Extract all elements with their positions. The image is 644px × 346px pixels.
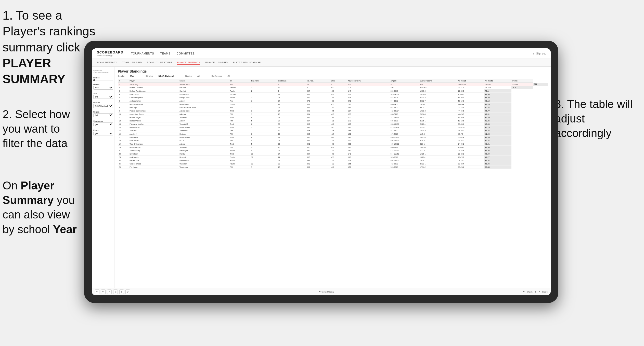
region-filter-value: All: [197, 75, 200, 77]
slider-thumb[interactable]: [93, 79, 95, 81]
nav-committee[interactable]: COMMITTEE: [177, 51, 195, 56]
table-row[interactable]: 4Luke ClatonFlorida StateSecond12768.2-1…: [118, 93, 548, 96]
undo-button[interactable]: ↩: [95, 289, 99, 294]
table-row[interactable]: 22Ian GilliganFloridaThird102468.7-0.81.…: [118, 152, 548, 156]
table-row[interactable]: 1Wenyi DingArizona StateFirst1115167.1-3…: [118, 83, 548, 86]
table-row[interactable]: 21Taehoon SongWashingtonFourth52369.2-1.…: [118, 149, 548, 152]
table-row[interactable]: 6Jackson KoivunAuburnFirst12767.3-2.02.7…: [118, 99, 548, 103]
subnav-team-h2h-heatmap[interactable]: TEAM H2H HEATMAP: [147, 60, 172, 65]
table-row[interactable]: 19Tiger ChristensenArizonaThird52369.2-0…: [118, 142, 548, 146]
no-rds-section: No Rds.: [93, 77, 113, 80]
share-label[interactable]: Share: [542, 291, 548, 293]
sign-out-text[interactable]: Sign out: [536, 52, 546, 55]
conference-select[interactable]: (All): [93, 122, 113, 126]
nav-tournaments[interactable]: TOURNAMENTS: [131, 51, 154, 56]
table-row[interactable]: 5Christo LamprechtGeorgia TechFourth2216…: [118, 96, 548, 99]
tablet: SCOREBOARD Powered by clipp TOURNAMENTS …: [84, 41, 558, 303]
table-row[interactable]: 15Jake HallTennesseeFifth71868.5-1.51.66…: [118, 129, 548, 132]
clock-button[interactable]: ⊙: [125, 289, 130, 294]
table-row[interactable]: 16Alex GoffKentuckyFifth81968.3-1.71.924…: [118, 132, 548, 136]
col-yr: Yr: [229, 79, 250, 83]
logo-area: SCOREBOARD Powered by clipp: [97, 50, 123, 57]
year-select[interactable]: (All): [93, 95, 113, 99]
player-standings-table: # Player School Yr Reg Rank Conf Rank No…: [118, 79, 548, 169]
view-label: View: Original: [322, 291, 334, 293]
nav-teams[interactable]: TEAMS: [160, 51, 170, 56]
table-row[interactable]: 3Michael ThorbjornsenStanfordFourth2168.…: [118, 89, 548, 93]
gender-filter-label: Gender:: [118, 75, 125, 77]
table-row[interactable]: 25Cole SherwoodVanderbiltFourth122369.3-…: [118, 162, 548, 165]
table-row[interactable]: 8Mats EgeEast Tennessee StateFifth12468.…: [118, 106, 548, 109]
bottom-toolbar: ↩ ↪ ‹ ⧉ ⊕ ⊙ 👁 View: Original 👁 Watch ⊞ ↗…: [92, 288, 551, 295]
table-row[interactable]: 23Jack LundinMissouriFourth112468.5-2.31…: [118, 156, 548, 159]
region-select[interactable]: N/A: [93, 113, 113, 117]
instruction-3: On Player Summary you can also view by s…: [3, 178, 89, 237]
col-no-rds: No. Rds.: [306, 79, 330, 83]
conference-label: Conference: [93, 120, 113, 122]
view-icon: 👁: [319, 291, 321, 293]
table-row[interactable]: 26Petr HrubyWashingtonFifth72568.6-1.81.…: [118, 165, 548, 169]
col-points: Points: [511, 79, 533, 83]
region-filter-label: Region:: [185, 75, 192, 77]
subnav-team-summary[interactable]: TEAM SUMMARY: [97, 60, 117, 65]
table-row[interactable]: 17David FordNorth CarolinaThird42169.0-0…: [118, 136, 548, 139]
update-time-value: 27/03/2024 16:56:26: [93, 72, 113, 74]
table-row[interactable]: 13Phichaksn MaichonTexas A&MThird63069.0…: [118, 122, 548, 126]
main-content: Update time: 27/03/2024 16:56:26 No Rds.…: [92, 67, 551, 288]
table-row[interactable]: 7Nicholas GabrelcikNorth FloridaFourth12…: [118, 103, 548, 106]
instruction-right: 3. The table will adjust accordingly: [555, 97, 636, 141]
region-section: Region N/A: [93, 111, 113, 117]
subnav-team-h2h-grid[interactable]: TEAM H2H GRID: [122, 60, 142, 65]
division-label: Division: [93, 102, 113, 104]
app-header: SCOREBOARD Powered by clipp TOURNAMENTS …: [92, 48, 551, 59]
table-row[interactable]: 14Maxwell FordNorth CarolinaThird32269.1…: [118, 126, 548, 129]
col-reg-rank: Reg Rank: [250, 79, 277, 83]
subnav-player-summary[interactable]: PLAYER SUMMARY: [177, 60, 200, 65]
col-adj-score: Adj. Score to Par: [347, 79, 390, 83]
table-row[interactable]: 11Gordon SargentVanderbiltThird42168.7-0…: [118, 116, 548, 119]
subnav-player-h2h-heatmap[interactable]: PLAYER H2H HEATMAP: [233, 60, 261, 65]
table-row[interactable]: 10Jacob Skov OlesenArkansasFifth12568.4-…: [118, 113, 548, 116]
col-school: School: [178, 79, 229, 83]
gender-section: Gender Men: [93, 84, 113, 90]
toolbar-center: 👁 View: Original: [319, 291, 334, 293]
table-row[interactable]: 12Brendan ValdesAuburnFifth53768.4-1.11.…: [118, 119, 548, 122]
toolbar-right: 👁 Watch ⊞ ↗ Share: [523, 291, 548, 293]
table-title: Player Standings: [118, 69, 548, 73]
toolbar-icon-2[interactable]: ↗: [538, 291, 540, 293]
table-header-row: # Player School Yr Reg Rank Conf Rank No…: [118, 79, 548, 83]
table-row[interactable]: 18Luke PowellUCLAFirst42469.1-1.81.13500…: [118, 139, 548, 142]
col-player: Player: [128, 79, 178, 83]
table-area: Player Standings Gender: Men Division: N…: [115, 67, 551, 288]
tablet-screen: SCOREBOARD Powered by clipp TOURNAMENTS …: [92, 48, 551, 295]
watch-label[interactable]: Watch: [527, 291, 532, 293]
filter-row: Gender: Men Division: NCAA Division I Re…: [118, 75, 548, 77]
division-filter-value: NCAA Division I: [159, 75, 174, 77]
logo: SCOREBOARD: [97, 50, 123, 54]
table-row[interactable]: 20Matthew RiedelVanderbiltFifth92368.5-1…: [118, 146, 548, 149]
slider-track[interactable]: [93, 80, 113, 80]
division-select[interactable]: NCAA Division I: [93, 104, 113, 108]
no-rds-label: No Rds.: [93, 77, 113, 79]
player-select[interactable]: (All): [93, 132, 113, 135]
table-row[interactable]: 24Bastien AmatNew MexicoFourth12769.4-1.…: [118, 159, 548, 162]
col-vs-top25: Vs Top 25: [457, 79, 484, 83]
copy-button[interactable]: ⧉: [113, 289, 118, 294]
redo-button[interactable]: ↪: [101, 289, 106, 294]
toolbar-icon-1[interactable]: ⊞: [535, 291, 536, 293]
col-vs-top50: Vs Top 50: [484, 79, 511, 83]
update-time-section: Update time: 27/03/2024 16:56:26: [93, 69, 113, 74]
gender-select[interactable]: Men: [93, 86, 113, 90]
col-wins: Wins: [330, 79, 347, 83]
sidebar: Update time: 27/03/2024 16:56:26 No Rds.…: [92, 67, 115, 288]
col-avg-sg: Avg SG: [390, 79, 419, 83]
instruction-2: 2. Select how you want to filter the dat…: [3, 107, 84, 151]
table-row[interactable]: 9Preston SummerhaysArizona StateThird324…: [118, 109, 548, 113]
year-section: Year (All): [93, 93, 113, 99]
subnav-player-h2h-grid[interactable]: PLAYER H2H GRID: [205, 60, 228, 65]
table-row[interactable]: 2Michael Le SassoOle MissSecond118067.1-…: [118, 86, 548, 89]
back-button[interactable]: ‹: [107, 289, 112, 294]
paste-button[interactable]: ⊕: [119, 289, 124, 294]
division-filter-label: Division:: [146, 75, 153, 77]
player-section: Player (All): [93, 129, 113, 135]
